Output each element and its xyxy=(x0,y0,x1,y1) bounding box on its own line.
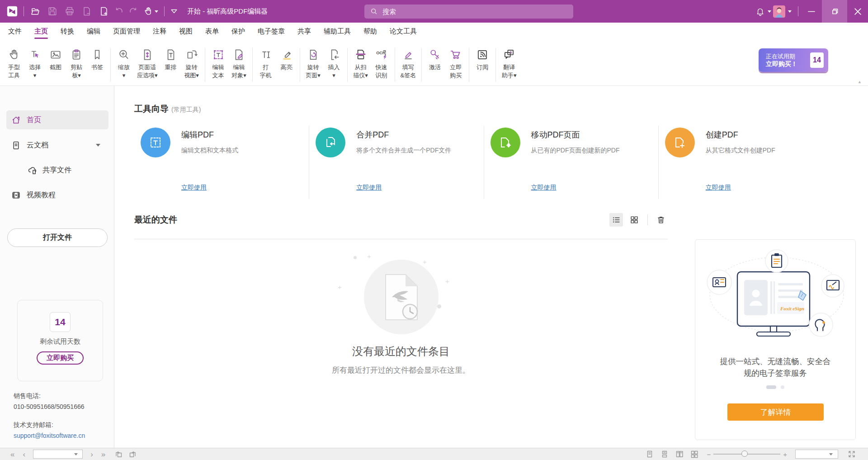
snapshot-button[interactable]: 截图 xyxy=(45,47,66,71)
redo-icon[interactable] xyxy=(126,0,140,23)
continuous-facing-view-button[interactable] xyxy=(689,449,700,459)
notifications-bell-icon[interactable] xyxy=(753,0,767,23)
menu-view[interactable]: 视图 xyxy=(173,27,199,39)
menu-esign[interactable]: 电子签章 xyxy=(251,27,291,39)
support-email-link[interactable]: support@foxitsoftware.cn xyxy=(14,432,85,440)
page-fit-options-button[interactable]: 页面适应选项▾ xyxy=(134,47,160,80)
select-tool-button[interactable]: 选择▾ xyxy=(24,47,45,80)
search-input[interactable] xyxy=(382,8,554,15)
facing-view-button[interactable] xyxy=(674,449,685,459)
use-now-link[interactable]: 立即使用 xyxy=(706,184,731,192)
activate-button[interactable]: 激活 xyxy=(425,47,445,71)
menu-comment[interactable]: 注释 xyxy=(146,27,173,39)
use-now-link[interactable]: 立即使用 xyxy=(181,184,207,192)
open-file-button[interactable]: 打开文件 xyxy=(7,228,108,247)
single-page-view-button[interactable] xyxy=(644,449,655,459)
scrollbar-up-arrow[interactable]: ▲ xyxy=(858,80,862,84)
buy-now-pill-button[interactable]: 立即购买 xyxy=(37,351,84,365)
menu-accessibility[interactable]: 辅助工具 xyxy=(317,27,357,39)
learn-more-button[interactable]: 了解详情 xyxy=(727,403,824,421)
from-scanner-button[interactable]: 从扫描仪▾ xyxy=(350,47,371,80)
insert-page-button[interactable]: 插入▾ xyxy=(324,47,344,80)
menu-help[interactable]: 帮助 xyxy=(357,27,383,39)
use-now-link[interactable]: 立即使用 xyxy=(356,184,382,192)
minimize-button[interactable] xyxy=(801,0,822,23)
sidebar-item-home[interactable]: 首页 xyxy=(6,110,108,129)
menu-share[interactable]: 共享 xyxy=(291,27,317,39)
subscribe-button[interactable]: 订阅 xyxy=(472,47,493,71)
rotate-view-button[interactable]: 旋转视图▾ xyxy=(181,47,202,80)
add-page-icon[interactable] xyxy=(95,0,113,23)
menu-convert[interactable]: 转换 xyxy=(54,27,80,39)
hand-tool-button[interactable]: 手型工具 xyxy=(4,47,24,80)
close-button[interactable] xyxy=(847,0,868,23)
next-view-button[interactable] xyxy=(127,449,138,459)
continuous-view-button[interactable] xyxy=(659,449,670,459)
account-caret[interactable] xyxy=(788,10,792,13)
menu-paper-tools[interactable]: 论文工具 xyxy=(383,27,423,39)
restore-button[interactable] xyxy=(822,0,847,23)
page-number-caret[interactable] xyxy=(74,453,78,455)
typewriter-button[interactable]: 打字机 xyxy=(255,47,276,80)
previous-view-button[interactable] xyxy=(113,449,124,459)
sidebar-item-video-tutorials[interactable]: 视频教程 xyxy=(6,185,108,204)
page-number-input[interactable] xyxy=(33,451,73,457)
save-icon[interactable] xyxy=(44,0,61,23)
first-page-button[interactable]: « xyxy=(6,451,19,458)
next-page-button[interactable]: › xyxy=(86,451,97,458)
user-avatar[interactable] xyxy=(773,5,785,18)
card-merge-pdf[interactable]: 合并PDF 将多个文件合并生成一个PDF文件 立即使用 xyxy=(309,126,483,199)
menu-form[interactable]: 表单 xyxy=(199,27,225,39)
card-create-pdf[interactable]: 创建PDF 从其它格式文件创建PDF 立即使用 xyxy=(658,126,833,199)
highlight-button[interactable]: 高亮 xyxy=(276,47,297,71)
collapse-ribbon-icon[interactable] xyxy=(167,0,181,23)
zoom-button[interactable]: 缩放▾ xyxy=(113,47,134,80)
edit-text-button[interactable]: 编辑文本 xyxy=(208,47,229,80)
bookmark-button[interactable]: 书签 xyxy=(87,47,108,71)
search-box[interactable] xyxy=(364,5,573,19)
reflow-button[interactable]: 重排 xyxy=(160,47,181,71)
zoom-slider[interactable] xyxy=(713,454,780,455)
sidebar-item-shared-files[interactable]: 共享文件 xyxy=(6,161,108,180)
cloud-docs-expand-caret[interactable] xyxy=(96,144,100,147)
fill-sign-button[interactable]: 填写&签名 xyxy=(398,47,419,80)
zoom-level-combobox[interactable] xyxy=(795,450,838,459)
edit-object-button[interactable]: 编辑对象▾ xyxy=(229,47,250,80)
buy-now-button[interactable]: 立即购买 xyxy=(445,47,466,80)
menu-edit[interactable]: 编辑 xyxy=(80,27,107,39)
zoom-in-button[interactable]: + xyxy=(780,451,790,458)
sidebar-item-cloud-docs[interactable]: 云文档 xyxy=(6,136,108,155)
menu-home[interactable]: 主页 xyxy=(28,27,54,39)
clipboard-button[interactable]: 剪贴板▾ xyxy=(66,47,87,80)
list-view-button[interactable] xyxy=(609,213,623,227)
zoom-slider-knob[interactable] xyxy=(741,451,748,457)
quick-ocr-button[interactable]: OCR 快速识别 xyxy=(371,47,392,80)
prev-page-button[interactable]: ‹ xyxy=(19,451,29,458)
trial-period-badge[interactable]: 正在试用期 立即购买！ 14 xyxy=(759,48,828,72)
carousel-dot-active[interactable] xyxy=(766,385,776,389)
zoom-level-input[interactable] xyxy=(796,451,828,457)
use-now-link[interactable]: 立即使用 xyxy=(531,184,557,192)
undo-icon[interactable] xyxy=(113,0,126,23)
menu-file[interactable]: 文件 xyxy=(2,27,28,39)
fullscreen-button[interactable] xyxy=(846,449,857,459)
open-file-icon[interactable] xyxy=(27,0,44,23)
translate-assistant-button[interactable]: A 翻译助手▾ xyxy=(499,47,519,80)
zoom-out-button[interactable]: − xyxy=(704,451,713,458)
promo-carousel-dots[interactable] xyxy=(695,385,855,389)
zoom-level-caret[interactable] xyxy=(829,453,833,455)
card-move-pdf-pages[interactable]: 移动PDF页面 从已有的PDF页面创建新的PDF 立即使用 xyxy=(484,126,658,199)
rotate-page-button[interactable]: 旋转页面▾ xyxy=(303,47,324,80)
menu-page-organize[interactable]: 页面管理 xyxy=(107,27,146,39)
delete-page-icon[interactable] xyxy=(78,0,95,23)
page-number-combobox[interactable] xyxy=(33,450,83,459)
notifications-caret[interactable] xyxy=(768,10,771,13)
clear-recent-trash-button[interactable] xyxy=(654,213,668,227)
last-page-button[interactable]: » xyxy=(97,451,109,458)
grid-view-button[interactable] xyxy=(627,213,641,227)
print-icon[interactable] xyxy=(61,0,78,23)
menu-protect[interactable]: 保护 xyxy=(225,27,251,39)
hand-tool-quick-icon[interactable] xyxy=(140,0,161,23)
card-edit-pdf[interactable]: 编辑PDF 编辑文档和文本格式 立即使用 xyxy=(134,126,309,199)
carousel-dot[interactable] xyxy=(781,385,784,389)
